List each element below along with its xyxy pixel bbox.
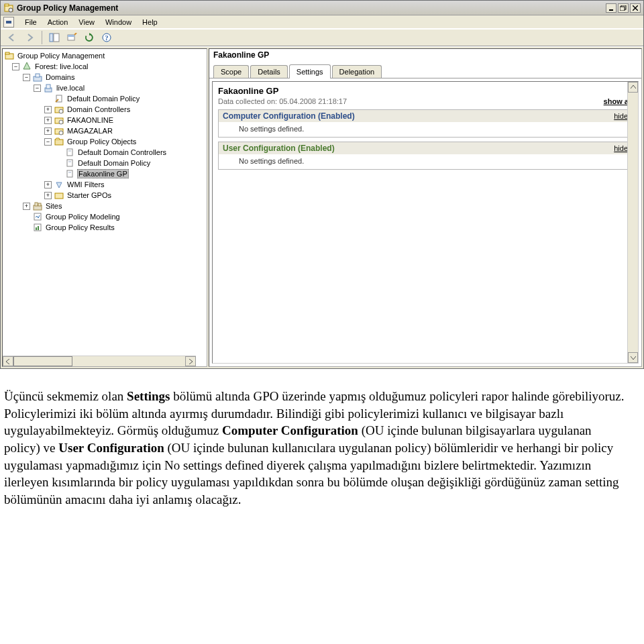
collapse-icon[interactable]: − <box>44 138 52 146</box>
svg-rect-9 <box>54 34 59 42</box>
scroll-up-icon[interactable] <box>628 82 638 93</box>
svg-rect-34 <box>68 172 71 173</box>
tree-fakaonline-ou[interactable]: + FAKAONLINE <box>4 115 207 125</box>
section-title-user: User Configuration (Enabled) <box>223 144 335 153</box>
tree-forest[interactable]: − Forest: live.local <box>4 61 207 72</box>
hide-link-computer[interactable]: hide <box>614 112 628 120</box>
section-computer-config: Computer Configuration (Enabled) hide No… <box>218 109 633 138</box>
svg-rect-30 <box>68 150 71 152</box>
restore-button[interactable] <box>618 3 629 13</box>
context-icon[interactable] <box>64 30 79 45</box>
tree-starter[interactable]: + Starter GPOs <box>4 190 207 201</box>
report-vertical-scrollbar[interactable] <box>627 82 638 363</box>
minimize-button[interactable] <box>606 3 616 13</box>
menu-file[interactable]: File <box>19 17 42 28</box>
menu-action[interactable]: Action <box>42 17 74 28</box>
gpo-link-icon <box>54 94 64 103</box>
menu-help[interactable]: Help <box>137 17 163 28</box>
toolbar: ? <box>1 29 643 46</box>
tree-gpo-default-dc[interactable]: Default Domain Controllers <box>4 147 207 158</box>
svg-rect-20 <box>46 85 50 89</box>
tree-default-domain-policy[interactable]: Default Domain Policy <box>4 93 207 104</box>
tab-settings[interactable]: Settings <box>289 64 331 78</box>
expand-icon[interactable]: + <box>44 181 52 189</box>
tab-delegation[interactable]: Delegation <box>332 65 382 78</box>
folder-icon <box>54 191 64 200</box>
tree-modeling[interactable]: Group Policy Modeling <box>4 211 207 222</box>
help-button[interactable]: ? <box>99 30 114 45</box>
report-collected-label: Data collected on: <box>218 97 277 105</box>
forward-button[interactable] <box>22 30 37 45</box>
collapse-icon[interactable]: − <box>34 85 41 92</box>
detail-panel: Fakaonline GP Scope Details Settings Del… <box>209 48 642 367</box>
expand-icon[interactable]: + <box>44 192 52 199</box>
expand-icon[interactable]: + <box>44 127 52 135</box>
svg-rect-3 <box>609 9 613 11</box>
tree-sites[interactable]: + Sites <box>4 201 207 211</box>
tree-gpo-container[interactable]: − Group Policy Objects <box>4 136 207 147</box>
tree-results[interactable]: Group Policy Results <box>4 222 207 233</box>
refresh-button[interactable] <box>82 30 97 45</box>
back-button[interactable] <box>5 30 19 45</box>
section-body-computer: No settings defined. <box>219 122 632 137</box>
svg-text:?: ? <box>105 34 109 42</box>
svg-rect-42 <box>38 226 39 230</box>
report-title: Fakaonline GP <box>218 86 633 96</box>
tree-gpo-fakaonline[interactable]: Fakaonline GP <box>4 168 207 179</box>
tree-gpo-default-domain[interactable]: Default Domain Policy <box>4 158 207 168</box>
gpo-icon <box>64 169 75 178</box>
article-paragraph: Üçüncü sekmemiz olan Settings bölümü alt… <box>4 388 628 508</box>
collapse-icon[interactable]: − <box>12 63 19 70</box>
tab-scope[interactable]: Scope <box>213 65 249 78</box>
tree-root[interactable]: Group Policy Management <box>4 50 207 61</box>
gpo-icon <box>64 158 75 168</box>
close-button[interactable] <box>630 3 641 13</box>
report-collected-value: 05.04.2008 21:18:17 <box>279 97 347 105</box>
scroll-down-icon[interactable] <box>628 352 638 363</box>
tree-domain-controllers[interactable]: + Domain Controllers <box>4 104 207 115</box>
show-hide-tree-button[interactable] <box>47 30 62 45</box>
expand-icon[interactable]: + <box>44 106 52 113</box>
tree-magazalar-ou[interactable]: + MAGAZALAR <box>4 125 207 136</box>
svg-rect-37 <box>35 203 38 206</box>
scroll-right-icon[interactable] <box>185 356 196 366</box>
domain-icon <box>43 83 54 93</box>
mmc-sys-icon[interactable] <box>3 17 14 28</box>
tree-domain[interactable]: − live.local <box>4 83 207 93</box>
expand-icon[interactable]: + <box>44 117 52 124</box>
gpo-icon <box>64 148 75 157</box>
svg-rect-35 <box>55 193 63 199</box>
tree-domains[interactable]: − Domains <box>4 72 207 83</box>
collapse-icon[interactable]: − <box>23 74 30 81</box>
svg-point-25 <box>59 120 63 124</box>
modeling-icon <box>32 212 43 221</box>
ou-icon <box>54 105 64 114</box>
svg-rect-1 <box>5 4 9 6</box>
section-header-computer[interactable]: Computer Configuration (Enabled) hide <box>219 110 632 122</box>
hide-link-user[interactable]: hide <box>614 144 628 152</box>
console-tree[interactable]: Group Policy Management − Forest: live.l… <box>3 49 207 234</box>
folder-open-icon <box>54 137 64 146</box>
scroll-thumb[interactable] <box>13 356 72 366</box>
section-title-computer: Computer Configuration (Enabled) <box>223 111 355 121</box>
menu-window[interactable]: Window <box>100 17 137 28</box>
tree-wmi[interactable]: + WMI Filters <box>4 179 207 190</box>
section-header-user[interactable]: User Configuration (Enabled) hide <box>219 142 632 154</box>
scroll-track[interactable] <box>628 93 638 352</box>
tab-details[interactable]: Details <box>250 65 288 78</box>
svg-point-27 <box>59 131 63 135</box>
menu-view[interactable]: View <box>73 17 100 28</box>
svg-point-2 <box>9 8 13 12</box>
svg-point-23 <box>59 109 63 113</box>
window-title: Group Policy Management <box>17 3 606 13</box>
titlebar: Group Policy Management <box>1 1 643 15</box>
tree-horizontal-scrollbar[interactable] <box>3 356 196 366</box>
gpmc-icon <box>4 51 15 60</box>
svg-rect-18 <box>36 74 40 77</box>
expand-icon[interactable]: + <box>23 203 30 210</box>
menubar: File Action View Window Help <box>1 15 643 29</box>
svg-rect-29 <box>67 149 72 156</box>
scroll-left-icon[interactable] <box>3 356 13 366</box>
svg-rect-28 <box>55 140 63 145</box>
svg-rect-33 <box>67 170 72 177</box>
